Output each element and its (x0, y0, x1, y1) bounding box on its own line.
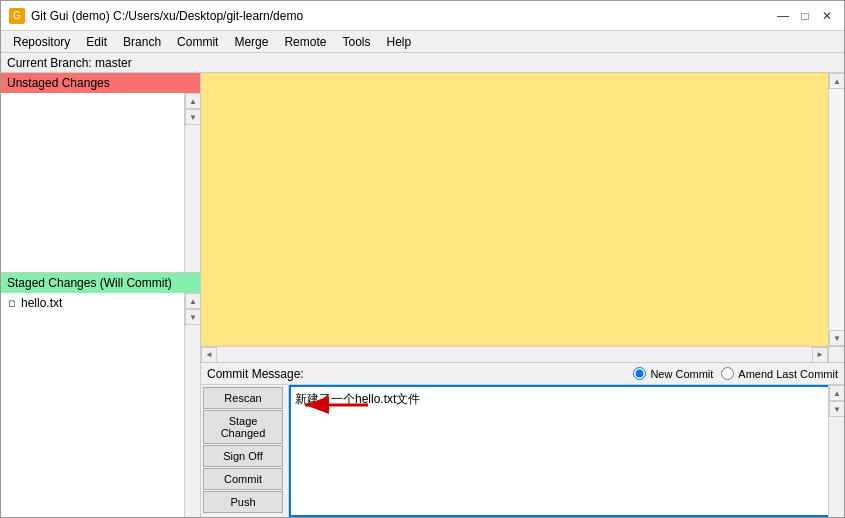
app-icon: G (9, 8, 25, 24)
staged-scroll-up[interactable]: ▲ (185, 293, 200, 309)
file-icon: 🗋 (7, 298, 17, 309)
left-panel: Unstaged Changes ▲ ▼ Staged Changes (Wil… (1, 73, 201, 517)
new-commit-radio[interactable] (633, 367, 646, 380)
new-commit-radio-group: New Commit (633, 367, 713, 380)
title-bar-left: G Git Gui (demo) C:/Users/xu/Desktop/git… (9, 8, 303, 24)
menu-bar: Repository Edit Branch Commit Merge Remo… (1, 31, 844, 53)
unstaged-scrollbar[interactable]: ▲ ▼ (184, 93, 200, 272)
sign-off-button[interactable]: Sign Off (203, 445, 283, 467)
unstaged-list[interactable]: ▲ ▼ (1, 93, 200, 272)
commit-message-input[interactable] (289, 385, 844, 517)
minimize-button[interactable]: — (774, 7, 792, 25)
menu-help[interactable]: Help (378, 33, 419, 51)
diff-scroll-right[interactable]: ► (812, 347, 828, 363)
menu-remote[interactable]: Remote (276, 33, 334, 51)
staged-list[interactable]: 🗋 hello.txt ▲ ▼ (1, 293, 200, 517)
unstaged-section: Unstaged Changes ▲ ▼ (1, 73, 200, 273)
unstaged-header: Unstaged Changes (1, 73, 200, 93)
commit-scroll-down[interactable]: ▼ (829, 401, 844, 417)
menu-edit[interactable]: Edit (78, 33, 115, 51)
commit-msg-header: Commit Message: New Commit Amend Last Co… (201, 363, 844, 385)
current-branch-bar: Current Branch: master (1, 53, 844, 73)
scrollbar-down-arrow[interactable]: ▼ (185, 109, 200, 125)
title-controls: — □ ✕ (774, 7, 836, 25)
staged-section: Staged Changes (Will Commit) 🗋 hello.txt… (1, 273, 200, 517)
commit-button[interactable]: Commit (203, 468, 283, 490)
staged-scroll-down[interactable]: ▼ (185, 309, 200, 325)
current-branch-label: Current Branch: master (7, 56, 132, 70)
diff-scrollbar-vertical[interactable]: ▲ ▼ (828, 73, 844, 346)
list-item: 🗋 hello.txt (5, 295, 196, 311)
new-commit-label[interactable]: New Commit (650, 368, 713, 380)
rescan-button[interactable]: Rescan (203, 387, 283, 409)
commit-message-area: ▲ ▼ (289, 385, 844, 517)
commit-scrollbar[interactable]: ▲ ▼ (828, 385, 844, 517)
window-title: Git Gui (demo) C:/Users/xu/Desktop/git-l… (31, 9, 303, 23)
commit-message-label: Commit Message: (207, 367, 304, 381)
amend-commit-label[interactable]: Amend Last Commit (738, 368, 838, 380)
scrollbar-up-arrow[interactable]: ▲ (185, 93, 200, 109)
action-buttons: Rescan Stage Changed Sign Off Commit Pus… (201, 385, 289, 517)
amend-commit-radio[interactable] (721, 367, 734, 380)
stage-changed-button[interactable]: Stage Changed (203, 410, 283, 444)
main-window: G Git Gui (demo) C:/Users/xu/Desktop/git… (0, 0, 845, 518)
menu-merge[interactable]: Merge (226, 33, 276, 51)
amend-commit-radio-group: Amend Last Commit (721, 367, 838, 380)
menu-tools[interactable]: Tools (334, 33, 378, 51)
scrollbar-corner (828, 346, 844, 362)
diff-vscroll-track (829, 89, 844, 330)
diff-scrollbar-horizontal[interactable]: ◄ ► (201, 346, 828, 362)
right-panel: ▲ ▼ ◄ ► Commit Message: (201, 73, 844, 517)
diff-scroll-down[interactable]: ▼ (829, 330, 844, 346)
menu-branch[interactable]: Branch (115, 33, 169, 51)
close-button[interactable]: ✕ (818, 7, 836, 25)
menu-repository[interactable]: Repository (5, 33, 78, 51)
menu-commit[interactable]: Commit (169, 33, 226, 51)
commit-scroll-up[interactable]: ▲ (829, 385, 844, 401)
staged-header: Staged Changes (Will Commit) (1, 273, 200, 293)
staged-filename: hello.txt (21, 296, 62, 310)
bottom-area: Commit Message: New Commit Amend Last Co… (201, 363, 844, 517)
diff-scroll-up[interactable]: ▲ (829, 73, 844, 89)
diff-scroll-left[interactable]: ◄ (201, 347, 217, 363)
commit-options: New Commit Amend Last Commit (633, 367, 838, 380)
staged-scrollbar[interactable]: ▲ ▼ (184, 293, 200, 517)
push-button[interactable]: Push (203, 491, 283, 513)
commit-bottom: Rescan Stage Changed Sign Off Commit Pus… (201, 385, 844, 517)
title-bar: G Git Gui (demo) C:/Users/xu/Desktop/git… (1, 1, 844, 31)
main-area: Unstaged Changes ▲ ▼ Staged Changes (Wil… (1, 73, 844, 517)
diff-area: ▲ ▼ ◄ ► (201, 73, 844, 363)
maximize-button[interactable]: □ (796, 7, 814, 25)
